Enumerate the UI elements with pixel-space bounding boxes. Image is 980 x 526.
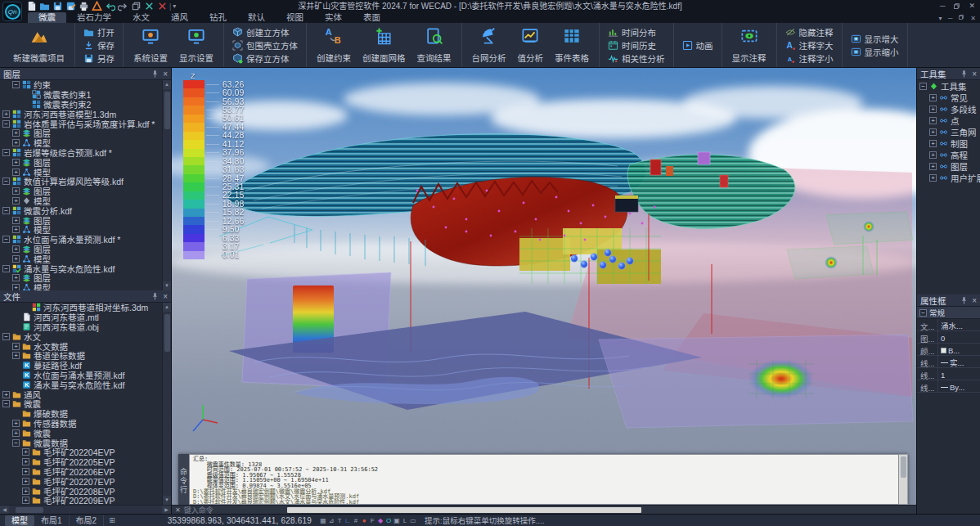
toolset-item[interactable]: +多段线 — [917, 103, 980, 115]
layer-item[interactable]: +模型 — [0, 283, 162, 290]
ribbon-button[interactable]: 保存立方体 — [228, 52, 302, 65]
scroll-right-icon[interactable]: ▶ — [162, 506, 171, 515]
files-scrollbar[interactable]: ▲ ▼ — [162, 303, 171, 505]
close-doc-icon[interactable] — [157, 1, 168, 11]
tree-expander[interactable]: + — [22, 458, 29, 465]
tree-expander[interactable]: − — [2, 120, 10, 128]
filter-mode-icon[interactable]: F — [369, 515, 375, 526]
menu-tab[interactable]: 通风 — [160, 12, 199, 23]
close-button[interactable]: ✕ — [969, 0, 975, 12]
brand-icon[interactable] — [92, 1, 102, 11]
layer-item[interactable]: +图层 — [0, 273, 162, 283]
tree-expander[interactable]: + — [12, 352, 20, 359]
ribbon-button[interactable]: 另存 — [79, 52, 119, 65]
layer-item[interactable]: +图层 — [0, 187, 162, 196]
toolset-item[interactable]: −工具集 — [917, 80, 980, 92]
tree-expander[interactable]: + — [22, 488, 29, 495]
tree-expander[interactable]: + — [929, 174, 937, 182]
save-edit-icon[interactable] — [65, 1, 76, 11]
menu-tab[interactable]: 表面 — [353, 12, 391, 23]
tree-expander[interactable]: + — [22, 478, 29, 485]
new-viewport-icon[interactable] — [131, 1, 142, 11]
files-hscrollbar[interactable]: ◀ ▶ — [0, 505, 171, 514]
ribbon-button[interactable]: 显示注释 — [726, 23, 772, 67]
tree-expander[interactable]: + — [22, 448, 29, 456]
property-value[interactable]: 实... — [938, 356, 980, 367]
doc-close-button[interactable]: ✕ — [970, 15, 976, 22]
toolset-item[interactable]: +用户扩展 — [917, 172, 980, 183]
menu-tab[interactable]: 钻孔 — [199, 12, 237, 23]
new-file-icon[interactable] — [26, 1, 37, 11]
layer-item[interactable]: +图层 — [0, 215, 162, 225]
ribbon-button[interactable]: 动画 — [678, 38, 717, 52]
ribbon-button[interactable]: 相关性分析 — [604, 52, 669, 65]
tree-expander[interactable]: + — [12, 139, 20, 146]
lineweight-display-icon[interactable]: L — [402, 515, 408, 526]
tree-expander[interactable]: + — [929, 140, 937, 147]
property-value[interactable]: 1 — [938, 368, 980, 380]
open-file-icon[interactable] — [39, 1, 50, 11]
tree-expander[interactable]: − — [2, 149, 10, 156]
command-input[interactable]: 键入命令 — [184, 505, 214, 515]
ribbon-button[interactable]: 时间历史 — [604, 38, 669, 52]
ribbon-button[interactable]: 显示缩小 — [847, 45, 903, 58]
ribbon-button[interactable]: 新建微震项目 — [7, 23, 70, 67]
restore-button[interactable] — [953, 2, 960, 10]
file-item[interactable]: −微震 — [0, 399, 162, 409]
layer-item[interactable]: +图层 — [0, 128, 162, 138]
tree-expander[interactable]: − — [919, 83, 927, 90]
ribbon-button[interactable]: 时间分布 — [604, 25, 669, 38]
toolset-item[interactable]: +制图 — [917, 137, 980, 149]
console-scrollbar[interactable] — [899, 454, 908, 505]
close-panel-icon[interactable]: × — [972, 296, 977, 305]
app-logo-icon[interactable]: Qn — [2, 2, 22, 21]
console-hscrollbar[interactable] — [287, 507, 641, 513]
tree-expander[interactable]: − — [2, 236, 10, 243]
tree-expander[interactable]: + — [12, 217, 20, 224]
doc-menu-icon[interactable]: ▾ — [939, 15, 942, 22]
menu-tab[interactable]: 视图 — [276, 12, 314, 23]
ribbon-button[interactable]: 创建面网格 — [357, 23, 411, 67]
layer-item[interactable]: +图层 — [0, 245, 162, 254]
tree-expander[interactable]: + — [929, 94, 937, 101]
tree-expander[interactable]: + — [22, 497, 29, 504]
ribbon-button[interactable]: A注释字大 — [781, 38, 838, 52]
file-item[interactable]: +传感器数据 — [0, 419, 162, 429]
pin-icon[interactable] — [151, 70, 160, 79]
redo-icon[interactable] — [118, 1, 128, 11]
ribbon-button[interactable]: 保存 — [79, 38, 119, 52]
command-bar[interactable]: ✕ 键入命令 — [172, 505, 916, 514]
ribbon-button[interactable]: 显示增大 — [847, 32, 903, 45]
ribbon-button[interactable]: A注释字小 — [781, 52, 838, 65]
tree-expander[interactable]: − — [2, 265, 10, 272]
tree-expander[interactable]: − — [12, 439, 20, 447]
pin-icon[interactable] — [960, 296, 969, 305]
ribbon-button[interactable]: 值分析 — [512, 23, 550, 67]
tree-expander[interactable]: + — [929, 117, 937, 124]
tree-expander[interactable]: + — [12, 284, 20, 290]
scroll-thumb[interactable] — [16, 507, 43, 513]
tree-expander[interactable]: − — [2, 178, 10, 185]
ribbon-button[interactable]: AB创建约束 — [311, 23, 357, 67]
close-panel-icon[interactable]: × — [163, 292, 168, 301]
quick-access-dropdown-icon[interactable]: ▾ — [173, 2, 176, 10]
scroll-up-icon[interactable]: ▲ — [163, 303, 172, 312]
scroll-up-icon[interactable]: ▲ — [163, 80, 172, 89]
pin-icon[interactable] — [960, 70, 969, 79]
minimize-button[interactable]: ─ — [940, 0, 945, 12]
property-value[interactable]: 0 — [938, 331, 980, 343]
doc-minimize-button[interactable]: ─ — [948, 15, 953, 22]
toolset-item[interactable]: +点 — [917, 115, 980, 126]
close-panel-icon[interactable]: × — [972, 70, 977, 79]
property-row[interactable]: 线...实... — [917, 356, 980, 368]
scroll-left-icon[interactable]: ◀ — [0, 506, 9, 515]
object-tracking-icon[interactable]: O — [385, 515, 392, 526]
menu-tab[interactable]: 实体 — [314, 12, 353, 23]
layer-item[interactable]: −数值计算岩爆风险等级.kdf — [0, 177, 162, 187]
menu-tab[interactable]: 岩石力学 — [66, 12, 122, 23]
tree-expander[interactable]: + — [12, 274, 20, 281]
properties-section-header[interactable]: − 常规 — [917, 307, 980, 319]
menu-tab[interactable]: 水文 — [122, 12, 160, 23]
object-snap-icon[interactable]: ◆ — [377, 515, 384, 526]
close-panel-icon[interactable]: × — [163, 70, 168, 79]
